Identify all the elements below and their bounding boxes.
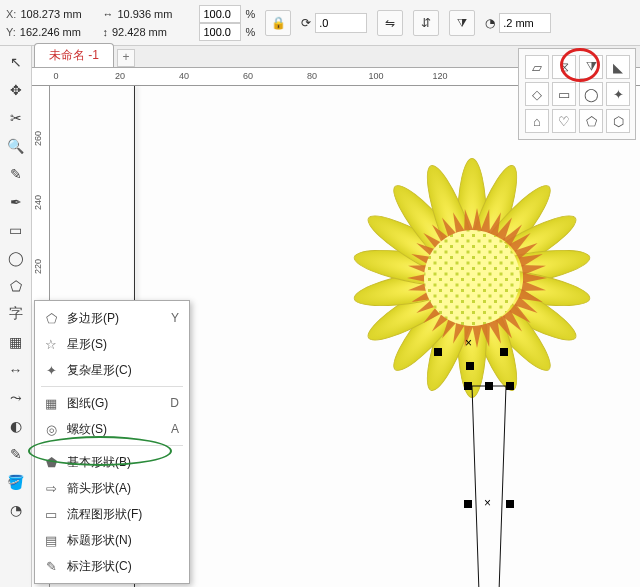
position-readout: X:108.273 mm Y:162.246 mm — [6, 5, 92, 41]
new-tab-button[interactable]: + — [117, 49, 135, 67]
outline-icon: ◔ — [485, 16, 495, 30]
menu-graph-paper[interactable]: ▦图纸(G)D — [35, 390, 189, 416]
hr-60: 60 — [243, 71, 253, 81]
shape-parallelogram[interactable]: ▱ — [525, 55, 549, 79]
hr-120: 120 — [432, 71, 447, 81]
rectangle-tool[interactable]: ▭ — [4, 218, 28, 242]
pct-unit-1: % — [245, 5, 255, 23]
sel-handle[interactable] — [506, 500, 514, 508]
size-readout: ↔10.936 mm ↕92.428 mm — [102, 5, 189, 41]
shape-ring[interactable]: ◯ — [579, 82, 603, 106]
width-value: 10.936 mm — [117, 5, 189, 23]
shape-heart[interactable]: ♡ — [552, 109, 576, 133]
menu-banner-shapes[interactable]: ▤标题形状(N) — [35, 527, 189, 553]
hr-0: 0 — [53, 71, 58, 81]
sel-handle[interactable] — [434, 348, 442, 356]
flowchart-icon: ▭ — [43, 507, 59, 522]
shape-diamond[interactable]: ◇ — [525, 82, 549, 106]
hr-40: 40 — [179, 71, 189, 81]
effects-tool[interactable]: ◐ — [4, 414, 28, 438]
zoom-tool[interactable]: 🔍 — [4, 134, 28, 158]
shape-rectangle[interactable]: ▭ — [552, 82, 576, 106]
svg-marker-0 — [472, 386, 506, 587]
lock-ratio-button[interactable]: 🔒 — [265, 10, 291, 36]
sel-handle[interactable] — [485, 382, 493, 390]
graph-icon: ▦ — [43, 396, 59, 411]
scale-w-input[interactable] — [199, 5, 241, 23]
size-h-icon: ↕ — [102, 23, 108, 41]
callout-icon: ✎ — [43, 559, 59, 574]
sel-handle[interactable] — [466, 362, 474, 370]
menu-spiral[interactable]: ◎螺纹(S)A — [35, 416, 189, 442]
shape-pentagon[interactable]: ⬠ — [579, 109, 603, 133]
shape-trapezoid-2[interactable]: ⧩ — [579, 55, 603, 79]
rotate-icon: ⟳ — [301, 16, 311, 30]
complex-star-icon: ✦ — [43, 363, 59, 378]
menu-flowchart-shapes[interactable]: ▭流程图形狀(F) — [35, 501, 189, 527]
crop-tool[interactable]: ✂ — [4, 106, 28, 130]
flower-center — [424, 230, 520, 326]
table-tool[interactable]: ▦ — [4, 330, 28, 354]
sel-handle[interactable] — [464, 382, 472, 390]
ellipse-tool[interactable]: ◯ — [4, 246, 28, 270]
shape-right-triangle[interactable]: ◣ — [606, 55, 630, 79]
shape-hexagon[interactable]: ⬡ — [606, 109, 630, 133]
star-icon: ☆ — [43, 337, 59, 352]
toolbox: ↖ ✥ ✂ 🔍 ✎ ✒ ▭ ◯ ⬠ 字 ▦ ↔ ⤳ ◐ ✎ 🪣 ◔ — [0, 46, 32, 587]
x-value: 108.273 mm — [20, 5, 92, 23]
perfect-shapes-panel: ▱ ⧖ ⧩ ◣ ◇ ▭ ◯ ✦ ⌂ ♡ ⬠ ⬡ — [518, 48, 636, 140]
rotation-group: ⟳ — [301, 13, 367, 33]
tab-untitled[interactable]: 未命名 -1 — [34, 43, 114, 67]
outline-tool[interactable]: ◔ — [4, 498, 28, 522]
shape-preset-button[interactable]: ⧩ — [449, 10, 475, 36]
shape-tool[interactable]: ✥ — [4, 78, 28, 102]
vr-220: 220 — [33, 259, 43, 274]
hr-80: 80 — [307, 71, 317, 81]
menu-basic-shapes[interactable]: ⬟基本形狀(B) — [35, 449, 189, 475]
freehand-tool[interactable]: ✎ — [4, 162, 28, 186]
artistic-media-tool[interactable]: ✒ — [4, 190, 28, 214]
eyedropper-tool[interactable]: ✎ — [4, 442, 28, 466]
property-bar: X:108.273 mm Y:162.246 mm ↔10.936 mm ↕92… — [0, 0, 640, 46]
pick-tool[interactable]: ↖ — [4, 50, 28, 74]
fill-tool[interactable]: 🪣 — [4, 470, 28, 494]
pct-unit-2: % — [245, 23, 255, 41]
polygon-tool[interactable]: ⬠ — [4, 274, 28, 298]
hr-20: 20 — [115, 71, 125, 81]
menu-separator — [41, 386, 183, 387]
outline-width-input[interactable] — [499, 13, 551, 33]
shape-trapezoid[interactable]: ⧖ — [552, 55, 576, 79]
arrow-shapes-icon: ⇨ — [43, 481, 59, 496]
shape-star[interactable]: ✦ — [606, 82, 630, 106]
scale-h-input[interactable] — [199, 23, 241, 41]
connector-tool[interactable]: ⤳ — [4, 386, 28, 410]
sel-handle[interactable] — [500, 348, 508, 356]
rotation-input[interactable] — [315, 13, 367, 33]
menu-callout-shapes[interactable]: ✎标注形状(C) — [35, 553, 189, 579]
y-label: Y: — [6, 23, 16, 41]
polygon-flyout-menu: ⬠多边形(P)Y ☆星形(S) ✦复杂星形(C) ▦图纸(G)D ◎螺纹(S)A… — [34, 300, 190, 584]
sel-center-marker: × — [484, 498, 494, 508]
vr-260: 260 — [33, 131, 43, 146]
menu-arrow-shapes[interactable]: ⇨箭头形状(A) — [35, 475, 189, 501]
menu-complex-star[interactable]: ✦复杂星形(C) — [35, 357, 189, 383]
scale-fields: % % — [199, 5, 255, 41]
sel-handle[interactable] — [506, 382, 514, 390]
y-value: 162.246 mm — [20, 23, 92, 41]
mirror-h-button[interactable]: ⇋ — [377, 10, 403, 36]
height-value: 92.428 mm — [112, 23, 184, 41]
spiral-icon: ◎ — [43, 422, 59, 437]
menu-separator — [41, 445, 183, 446]
outline-group: ◔ — [485, 13, 551, 33]
text-tool[interactable]: 字 — [4, 302, 28, 326]
menu-polygon[interactable]: ⬠多边形(P)Y — [35, 305, 189, 331]
basic-shapes-icon: ⬟ — [43, 455, 59, 470]
stem-trapezoid[interactable]: × — [468, 386, 510, 587]
sel-handle[interactable] — [464, 500, 472, 508]
dimension-tool[interactable]: ↔ — [4, 358, 28, 382]
menu-star[interactable]: ☆星形(S) — [35, 331, 189, 357]
shape-arrow[interactable]: ⌂ — [525, 109, 549, 133]
flower-shape[interactable]: × — [342, 138, 602, 418]
hr-100: 100 — [368, 71, 383, 81]
mirror-v-button[interactable]: ⇵ — [413, 10, 439, 36]
